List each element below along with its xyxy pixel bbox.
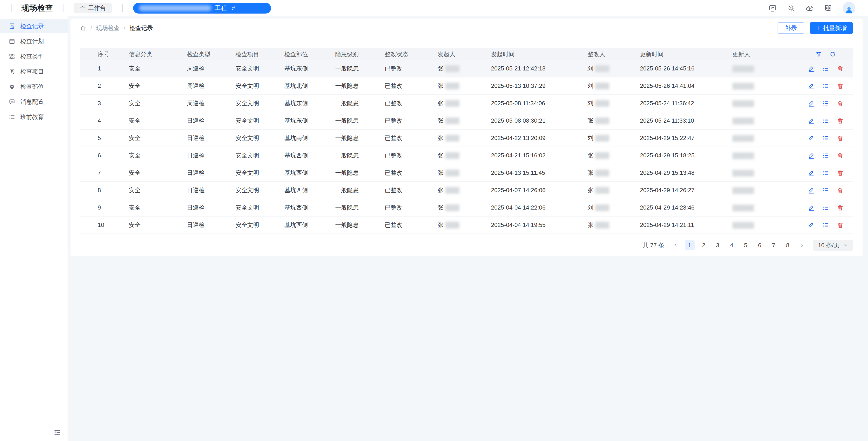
cell-status: 已整改 — [385, 99, 438, 107]
edit-icon[interactable] — [808, 100, 815, 107]
edit-icon[interactable] — [808, 222, 815, 229]
page-button-4[interactable]: 4 — [727, 240, 737, 250]
table-row[interactable]: 4安全日巡检安全文明基坑东侧一般隐患已整改张2025-05-08 08:30:2… — [80, 112, 853, 130]
detail-icon[interactable] — [822, 135, 829, 142]
cell-initiator: 张 — [438, 169, 491, 177]
cell-status: 已整改 — [385, 186, 438, 194]
edit-icon[interactable] — [808, 152, 815, 159]
detail-icon[interactable] — [822, 187, 829, 194]
edit-icon[interactable] — [808, 170, 815, 176]
detail-icon[interactable] — [822, 204, 829, 211]
delete-icon[interactable] — [837, 100, 844, 107]
edit-icon[interactable] — [808, 204, 815, 211]
redacted-name — [445, 187, 459, 194]
sidebar-item-check-items[interactable]: 检查项目 — [0, 65, 68, 78]
page-button-5[interactable]: 5 — [741, 240, 751, 250]
cell-updated-at: 2025-04-29 14:21:11 — [640, 222, 733, 229]
avatar[interactable] — [843, 2, 855, 14]
cell-updated-at: 2025-05-26 14:41:04 — [640, 82, 733, 90]
cell-check-item: 安全文明 — [236, 82, 284, 90]
settings-gear-icon[interactable] — [787, 4, 795, 12]
batch-add-button[interactable]: + 批量新增 — [810, 22, 853, 34]
pre-shift-education-icon — [8, 113, 16, 121]
page-button-7[interactable]: 7 — [769, 240, 779, 250]
table-row[interactable]: 3安全周巡检安全文明基坑东侧一般隐患已整改张2025-05-08 11:34:0… — [80, 95, 853, 112]
detail-icon[interactable] — [822, 222, 829, 229]
workbench-button[interactable]: 工作台 — [74, 3, 112, 13]
breadcrumb-item[interactable]: 现场检查 — [96, 24, 120, 32]
delete-icon[interactable] — [837, 187, 844, 194]
edit-icon[interactable] — [808, 117, 815, 124]
row-actions — [798, 117, 853, 124]
detail-icon[interactable] — [822, 82, 829, 90]
delete-icon[interactable] — [837, 152, 844, 159]
edit-icon[interactable] — [808, 135, 815, 142]
edit-icon[interactable] — [808, 65, 815, 72]
refresh-icon[interactable] — [830, 51, 836, 57]
page-size-select[interactable]: 10 条/页 — [813, 240, 853, 251]
cell-check-type: 日巡检 — [187, 169, 236, 177]
delete-icon[interactable] — [837, 135, 844, 142]
top-bar: 现场检查 工作台 工程 — [0, 0, 868, 16]
filter-icon[interactable] — [815, 51, 822, 57]
sidebar-item-check-types[interactable]: 检查类型 — [0, 49, 68, 63]
table-row[interactable]: 2安全周巡检安全文明基坑北侧一般隐患已整改张2025-05-13 10:37:2… — [80, 77, 853, 95]
table-row[interactable]: 7安全日巡检安全文明基坑西侧一般隐患已整改张2025-04-13 15:11:4… — [80, 164, 853, 182]
sidebar-item-check-records[interactable]: 检查记录 — [0, 19, 68, 33]
page-button-8[interactable]: 8 — [783, 240, 793, 250]
delete-icon[interactable] — [837, 222, 844, 229]
table-row[interactable]: 8安全日巡检安全文明基坑西侧一般隐患已整改张2025-04-07 14:26:0… — [80, 182, 853, 199]
sidebar-item-check-parts[interactable]: 检查部位 — [0, 80, 68, 94]
detail-icon[interactable] — [822, 65, 829, 72]
project-switcher[interactable]: 工程 — [133, 3, 271, 13]
delete-icon[interactable] — [837, 65, 844, 72]
cell-category: 安全 — [129, 99, 187, 107]
delete-icon[interactable] — [837, 204, 844, 211]
cell-updater — [733, 221, 798, 229]
sidebar-item-pre-shift-education[interactable]: 班前教育 — [0, 110, 68, 124]
cell-check-part: 基坑西侧 — [284, 169, 335, 177]
monitor-icon[interactable] — [769, 4, 777, 12]
pagination: 共 77 条 12345678 10 条/页 — [80, 240, 853, 251]
table-row[interactable]: 5安全日巡检安全文明基坑南侧一般隐患已整改张2025-04-22 13:20:0… — [80, 130, 853, 147]
page-button-6[interactable]: 6 — [755, 240, 765, 250]
page-button-1[interactable]: 1 — [685, 240, 694, 250]
table-row[interactable]: 9安全日巡检安全文明基坑西侧一般隐患已整改张2025-04-04 14:22:0… — [80, 199, 853, 216]
table-row[interactable]: 6安全日巡检安全文明基坑西侧一般隐患已整改张2025-04-21 15:16:0… — [80, 147, 853, 164]
breadcrumb-home-icon[interactable] — [80, 25, 86, 31]
cell-check-type: 周巡检 — [187, 99, 236, 107]
detail-icon[interactable] — [822, 100, 829, 107]
cell-status: 已整改 — [385, 65, 438, 72]
cloud-download-icon[interactable] — [806, 4, 814, 12]
next-page-button[interactable] — [797, 240, 807, 250]
detail-icon[interactable] — [822, 117, 829, 124]
detail-icon[interactable] — [822, 152, 829, 159]
prev-page-button[interactable] — [671, 240, 681, 250]
sidebar-item-check-plans[interactable]: 检查计划 — [0, 34, 68, 48]
delete-icon[interactable] — [837, 170, 844, 176]
page-button-3[interactable]: 3 — [713, 240, 723, 250]
cell-initiated-at: 2025-05-08 11:34:06 — [491, 100, 587, 107]
col-header-updater: 更新人 — [733, 50, 798, 58]
cell-hazard-level: 一般隐患 — [335, 221, 385, 229]
delete-icon[interactable] — [837, 117, 844, 124]
cell-initiated-at: 2025-04-21 15:16:02 — [491, 152, 587, 159]
cell-check-part: 基坑西侧 — [284, 151, 335, 160]
delete-icon[interactable] — [837, 82, 844, 90]
page-button-2[interactable]: 2 — [699, 240, 709, 250]
sidebar-item-message-config[interactable]: 消息配置 — [0, 95, 68, 109]
cell-initiated-at: 2025-04-04 14:19:55 — [491, 222, 587, 229]
handbook-icon[interactable] — [824, 4, 832, 12]
table-row[interactable]: 10安全日巡检安全文明基坑西侧一般隐患已整改张2025-04-04 14:19:… — [80, 216, 853, 234]
supplement-button[interactable]: 补录 — [778, 22, 804, 34]
edit-icon[interactable] — [808, 187, 815, 194]
cell-updated-at: 2025-04-29 15:22:47 — [640, 135, 733, 142]
table-row[interactable]: 1安全周巡检安全文明基坑东侧一般隐患已整改张2025-05-21 12:42:1… — [80, 60, 853, 77]
cell-updated-at: 2025-04-29 15:13:48 — [640, 169, 733, 176]
cell-status: 已整改 — [385, 151, 438, 160]
collapse-sidebar-button[interactable] — [54, 429, 62, 437]
detail-icon[interactable] — [822, 170, 829, 176]
sidebar-item-label: 检查类型 — [20, 53, 44, 61]
edit-icon[interactable] — [808, 82, 815, 90]
cell-category: 安全 — [129, 221, 187, 229]
